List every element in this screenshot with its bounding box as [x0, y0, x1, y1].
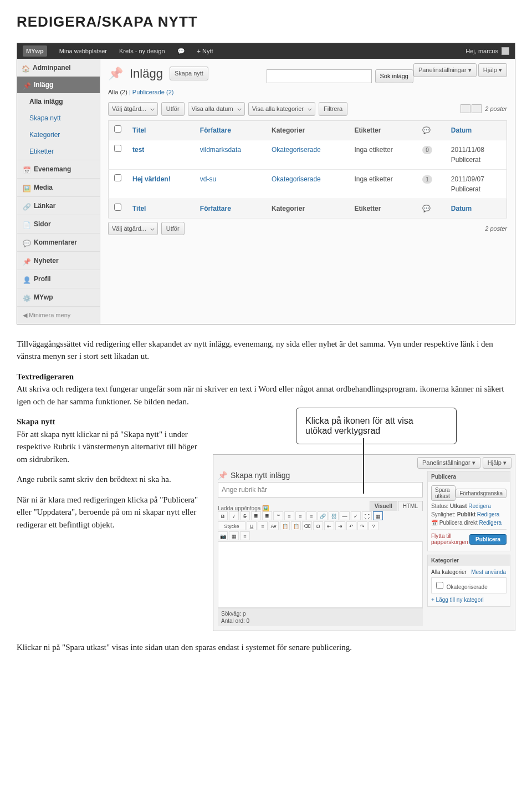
adminbar-mysites[interactable]: Mina webbplatser — [59, 47, 107, 56]
bold-button[interactable]: B — [218, 511, 228, 520]
undo-button[interactable]: ↶ — [346, 521, 356, 530]
adminbar-brand[interactable]: MYwp — [23, 45, 47, 57]
thf-title[interactable]: Titel — [127, 199, 195, 218]
align-left-button[interactable]: ≡ — [284, 511, 294, 520]
indent-button[interactable]: ⇥ — [335, 521, 345, 530]
align-center-button[interactable]: ≡ — [295, 511, 305, 520]
view-list-button[interactable] — [461, 104, 470, 113]
select-all-checkbox[interactable] — [114, 125, 121, 133]
pastetext-button[interactable]: 📋 — [280, 521, 290, 530]
sidebar-item-all-posts[interactable]: Alla inlägg — [17, 93, 100, 110]
sidebar-comments[interactable]: 💬Kommentarer — [17, 233, 100, 251]
tab-visual[interactable]: Visuell — [370, 501, 397, 511]
bulk-apply-button[interactable]: Utför — [161, 102, 185, 116]
sidebar-events[interactable]: 📅Evenemang — [17, 160, 100, 178]
comment-count-badge[interactable]: 0 — [422, 146, 432, 154]
justify-button[interactable]: ≡ — [258, 521, 268, 530]
comment-count-badge[interactable]: 1 — [422, 175, 432, 184]
extra-button[interactable]: 📷 — [218, 531, 228, 540]
add-new-button[interactable]: Skapa nytt — [170, 67, 208, 80]
post-title-link[interactable]: test — [132, 146, 144, 154]
sidebar-item-categories[interactable]: Kategorier — [17, 126, 100, 143]
select-all-checkbox-bottom[interactable] — [114, 204, 121, 211]
save-draft-button[interactable]: Spara utkast — [431, 485, 456, 501]
sidebar-dashboard[interactable]: 🏠 Adminpanel — [17, 59, 100, 77]
adminbar-comments-icon[interactable]: 💬 — [177, 47, 185, 56]
post-title-link[interactable]: Hej världen! — [132, 175, 171, 183]
tab-all-categories[interactable]: Alla kategorier — [431, 569, 467, 575]
italic-button[interactable]: I — [229, 511, 239, 520]
char-button[interactable]: Ω — [313, 521, 323, 530]
category-checkbox[interactable] — [436, 582, 443, 589]
unlink-button[interactable]: ⛓️ — [329, 511, 339, 520]
thf-date[interactable]: Datum — [446, 199, 507, 218]
sidebar-pages[interactable]: 📄Sidor — [17, 215, 100, 233]
ul-button[interactable]: ≣ — [251, 511, 261, 520]
search-button[interactable]: Sök inlägg — [375, 69, 413, 83]
edit-visibility-link[interactable]: Redigera — [477, 511, 500, 517]
removefmt-button[interactable]: ⌫ — [302, 521, 312, 530]
sidebar-item-tags[interactable]: Etiketter — [17, 143, 100, 160]
preview-button[interactable]: Förhandsgranska — [456, 489, 507, 498]
adminbar-greeting[interactable]: Hej, marcus — [466, 47, 498, 56]
media-icon[interactable]: 🖼️ — [262, 505, 269, 511]
post-author-link[interactable]: vildmarksdata — [200, 146, 241, 154]
help-button-2[interactable]: Hjälp ▾ — [483, 457, 511, 469]
row-checkbox[interactable] — [114, 145, 121, 152]
screen-options-button-2[interactable]: Panelinställningar ▾ — [417, 457, 480, 469]
th-date[interactable]: Datum — [446, 120, 507, 140]
editor-textarea[interactable] — [218, 541, 423, 608]
adminbar-new[interactable]: + Nytt — [197, 47, 213, 56]
row-checkbox[interactable] — [114, 174, 121, 181]
strike-button[interactable]: S̶ — [240, 511, 250, 520]
upload-insert[interactable]: Ladda upp/infoga 🖼️ — [218, 505, 269, 511]
add-category-link[interactable]: + Lägg till ny kategori — [431, 597, 484, 603]
trash-link[interactable]: Flytta till papperskorgen — [431, 533, 469, 545]
underline-button[interactable]: U — [247, 521, 257, 530]
ol-button[interactable]: ≣ — [262, 511, 272, 520]
post-title-input[interactable] — [218, 482, 423, 498]
link-button[interactable]: 🔗 — [318, 511, 328, 520]
help-button[interactable]: Hjälp ▾ — [478, 63, 507, 77]
pasteword-button[interactable]: 📋 — [291, 521, 301, 530]
redo-button[interactable]: ↷ — [357, 521, 367, 530]
align-right-button[interactable]: ≡ — [306, 511, 316, 520]
sidebar-mywp[interactable]: ⚙️MYwp — [17, 288, 100, 306]
category-filter-select[interactable]: Visa alla kategorier — [248, 102, 315, 116]
filter-published[interactable]: Publicerade (2) — [132, 89, 174, 95]
post-author-link[interactable]: vd-su — [200, 175, 216, 183]
sidebar-item-new-post[interactable]: Skapa nytt — [17, 110, 100, 126]
th-title[interactable]: Titel — [127, 120, 195, 140]
edit-status-link[interactable]: Redigera — [468, 503, 491, 509]
tab-most-used[interactable]: Mest använda — [471, 569, 506, 575]
post-category-link[interactable]: Okategoriserade — [272, 146, 321, 154]
more-button[interactable]: — — [340, 511, 350, 520]
sidebar-posts[interactable]: 📌 Inlägg — [17, 77, 100, 93]
sidebar-profile[interactable]: 👤Profil — [17, 270, 100, 288]
date-filter-select[interactable]: Visa alla datum — [188, 102, 245, 116]
sidebar-links[interactable]: 🔗Länkar — [17, 196, 100, 215]
filter-all[interactable]: Alla (2) — [108, 89, 127, 95]
screen-options-button[interactable]: Panelinställningar ▾ — [413, 63, 477, 77]
bulk-apply-button-bottom[interactable]: Utför — [161, 222, 185, 236]
th-author[interactable]: Författare — [195, 120, 266, 140]
extra-button[interactable]: ▦ — [229, 531, 239, 540]
sidebar-news[interactable]: 📌Nyheter — [17, 251, 100, 270]
category-item[interactable]: Okategoriserade — [434, 584, 488, 590]
kitchensink-button[interactable]: ▦ — [373, 511, 383, 520]
sidebar-minimize[interactable]: ◀ Minimera meny — [17, 306, 100, 324]
publish-button[interactable]: Publicera — [469, 534, 507, 545]
textcolor-button[interactable]: A▾ — [269, 521, 279, 530]
style-select[interactable]: Stycke — [218, 521, 245, 530]
spell-button[interactable]: ✓ — [351, 511, 361, 520]
adminbar-site[interactable]: Krets - ny design — [119, 47, 165, 56]
th-comments-icon[interactable]: 💬 — [417, 120, 446, 140]
help-icon-button[interactable]: ? — [369, 521, 378, 530]
post-category-link[interactable]: Okategoriserade — [272, 175, 321, 183]
extra-button[interactable]: ≡ — [240, 531, 250, 540]
view-excerpt-button[interactable] — [472, 104, 482, 113]
filter-button[interactable]: Filtrera — [319, 102, 347, 116]
bulk-action-select[interactable]: Välj åtgärd... — [108, 102, 158, 116]
outdent-button[interactable]: ⇤ — [324, 521, 334, 530]
adminbar-avatar-icon[interactable] — [502, 47, 509, 55]
